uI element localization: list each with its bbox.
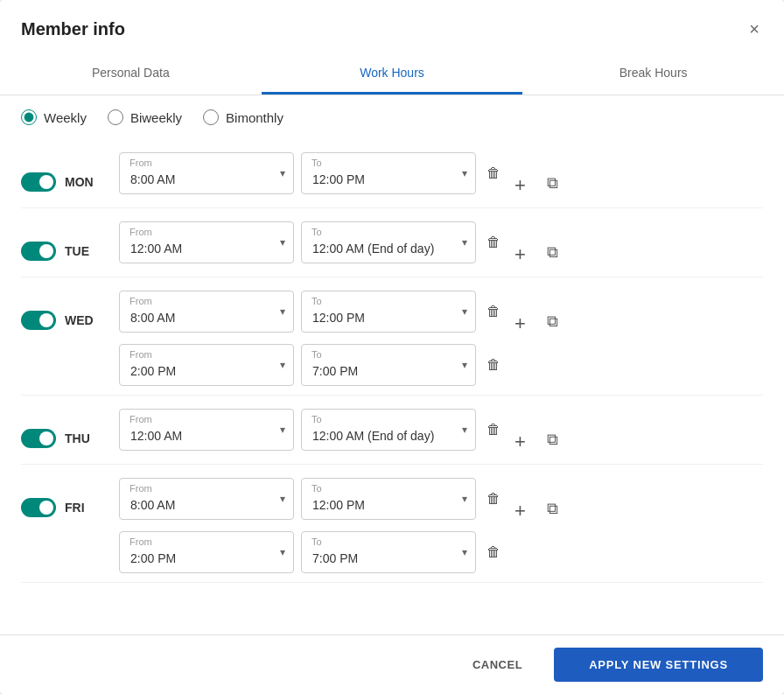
- delete-slot-tue-0[interactable]: 🗑: [483, 233, 504, 252]
- slot-actions-thu: +⧉: [511, 404, 562, 455]
- radio-biweekly[interactable]: Biweekly: [108, 109, 182, 125]
- to-select-thu-0[interactable]: 12:00 AM (End of day): [301, 409, 476, 451]
- time-slots-thu: From12:00 AM▾To12:00 AM (End of day)▾🗑+⧉: [119, 404, 763, 455]
- from-label-mon-0: From: [130, 158, 152, 168]
- toggle-tue[interactable]: [21, 242, 56, 261]
- apply-button[interactable]: APPLY NEW SETTINGS: [554, 648, 763, 682]
- to-select-wed-0[interactable]: 12:00 PM: [301, 291, 476, 333]
- toggle-fri[interactable]: [21, 498, 56, 517]
- add-slot-fri[interactable]: +: [511, 498, 529, 524]
- delete-slot-mon-0[interactable]: 🗑: [483, 164, 504, 183]
- to-select-fri-0[interactable]: 12:00 PM: [301, 478, 476, 520]
- copy-slot-tue[interactable]: ⧉: [543, 242, 562, 263]
- time-slot-wed-0: From8:00 AM▾To12:00 PM▾🗑+⧉: [119, 286, 763, 337]
- add-slot-tue[interactable]: +: [511, 242, 529, 268]
- copy-slot-fri[interactable]: ⧉: [543, 498, 562, 520]
- from-wrap-wed-1: From2:00 PM▾: [119, 344, 294, 386]
- to-select-fri-1[interactable]: 7:00 PM: [301, 531, 476, 573]
- to-label-fri-1: To: [312, 536, 322, 547]
- to-wrap-tue-0: To12:00 AM (End of day)▾: [301, 221, 476, 263]
- slot-actions-mon: +⧉: [511, 148, 562, 199]
- time-slot-thu-0: From12:00 AM▾To12:00 AM (End of day)▾🗑+⧉: [119, 404, 763, 455]
- day-label-fri: FRI: [65, 501, 96, 515]
- radio-bimonthly[interactable]: Bimonthly: [203, 109, 284, 125]
- toggle-wed[interactable]: [21, 311, 56, 330]
- from-label-thu-0: From: [130, 414, 152, 424]
- from-label-fri-1: From: [130, 536, 152, 547]
- copy-slot-thu[interactable]: ⧉: [543, 429, 562, 451]
- to-select-mon-0[interactable]: 12:00 PM: [301, 152, 476, 194]
- to-wrap-wed-0: To12:00 PM▾: [301, 291, 476, 333]
- delete-slot-wed-0[interactable]: 🗑: [483, 302, 504, 321]
- to-wrap-wed-1: To7:00 PM▾: [301, 344, 476, 386]
- tab-work-hours[interactable]: Work Hours: [262, 53, 523, 95]
- tab-personal-data[interactable]: Personal Data: [0, 53, 262, 95]
- day-toggle-col-tue: TUE: [21, 217, 108, 261]
- time-slot-tue-0: From12:00 AM▾To12:00 AM (End of day)▾🗑+⧉: [119, 217, 763, 268]
- day-toggle-col-thu: THU: [21, 404, 108, 448]
- day-row-tue: TUEFrom12:00 AM▾To12:00 AM (End of day)▾…: [21, 208, 763, 277]
- time-slot-fri-0: From8:00 AM▾To12:00 PM▾🗑+⧉: [119, 473, 763, 524]
- add-slot-thu[interactable]: +: [511, 429, 529, 455]
- slot-actions-fri: +⧉: [511, 473, 562, 524]
- day-label-mon: MON: [65, 175, 96, 189]
- add-slot-mon[interactable]: +: [511, 172, 529, 199]
- to-select-tue-0[interactable]: 12:00 AM (End of day): [301, 221, 476, 263]
- day-row-mon: MONFrom8:00 AM▾To12:00 PM▾🗑+⧉: [21, 139, 763, 208]
- delete-slot-fri-1[interactable]: 🗑: [483, 543, 504, 562]
- to-label-wed-1: To: [312, 349, 322, 360]
- from-label-wed-0: From: [130, 296, 152, 306]
- to-wrap-mon-0: To12:00 PM▾: [301, 152, 476, 194]
- to-wrap-fri-1: To7:00 PM▾: [301, 531, 476, 573]
- time-slots-tue: From12:00 AM▾To12:00 AM (End of day)▾🗑+⧉: [119, 217, 763, 268]
- day-label-thu: THU: [65, 431, 96, 445]
- to-label-mon-0: To: [312, 158, 322, 168]
- add-slot-wed[interactable]: +: [511, 311, 529, 337]
- to-label-fri-0: To: [312, 483, 322, 494]
- to-wrap-thu-0: To12:00 AM (End of day)▾: [301, 409, 476, 451]
- member-info-modal: Member info × Personal Data Work Hours B…: [0, 0, 784, 694]
- toggle-thu[interactable]: [21, 429, 56, 448]
- tab-break-hours[interactable]: Break Hours: [522, 53, 784, 95]
- from-label-tue-0: From: [130, 227, 152, 237]
- modal-title: Member info: [21, 19, 125, 39]
- day-row-thu: THUFrom12:00 AM▾To12:00 AM (End of day)▾…: [21, 396, 763, 465]
- modal-header: Member info ×: [0, 0, 784, 43]
- cancel-button[interactable]: CANCEL: [455, 649, 540, 680]
- from-wrap-fri-0: From8:00 AM▾: [119, 478, 294, 520]
- frequency-radio-group: Weekly Biweekly Bimonthly: [21, 109, 763, 125]
- delete-slot-wed-1[interactable]: 🗑: [483, 355, 504, 375]
- delete-slot-fri-0[interactable]: 🗑: [483, 489, 504, 508]
- day-label-tue: TUE: [65, 244, 96, 258]
- copy-slot-mon[interactable]: ⧉: [543, 172, 562, 194]
- day-row-wed: WEDFrom8:00 AM▾To12:00 PM▾🗑+⧉From2:00 PM…: [21, 277, 763, 396]
- from-label-fri-0: From: [130, 483, 152, 494]
- day-toggle-col-wed: WED: [21, 286, 108, 330]
- from-wrap-mon-0: From8:00 AM▾: [119, 152, 294, 194]
- days-container: MONFrom8:00 AM▾To12:00 PM▾🗑+⧉TUEFrom12:0…: [21, 139, 763, 583]
- from-wrap-tue-0: From12:00 AM▾: [119, 221, 294, 263]
- time-slot-mon-0: From8:00 AM▾To12:00 PM▾🗑+⧉: [119, 148, 763, 199]
- time-slots-mon: From8:00 AM▾To12:00 PM▾🗑+⧉: [119, 148, 763, 199]
- toggle-mon[interactable]: [21, 172, 56, 192]
- from-wrap-wed-0: From8:00 AM▾: [119, 291, 294, 333]
- day-row-fri: FRIFrom8:00 AM▾To12:00 PM▾🗑+⧉From2:00 PM…: [21, 465, 763, 583]
- to-label-tue-0: To: [312, 227, 322, 237]
- to-label-thu-0: To: [312, 414, 322, 424]
- slot-actions-tue: +⧉: [511, 217, 562, 268]
- to-wrap-fri-0: To12:00 PM▾: [301, 478, 476, 520]
- time-slots-wed: From8:00 AM▾To12:00 PM▾🗑+⧉From2:00 PM▾To…: [119, 286, 763, 386]
- delete-slot-thu-0[interactable]: 🗑: [483, 420, 504, 439]
- radio-weekly[interactable]: Weekly: [21, 109, 87, 125]
- day-toggle-col-fri: FRI: [21, 473, 108, 517]
- day-label-wed: WED: [65, 313, 96, 327]
- time-slot-fri-1: From2:00 PM▾To7:00 PM▾🗑: [119, 531, 763, 573]
- modal-footer: CANCEL APPLY NEW SETTINGS: [0, 634, 784, 694]
- close-button[interactable]: ×: [746, 16, 763, 43]
- slot-actions-wed: +⧉: [511, 286, 562, 337]
- from-wrap-fri-1: From2:00 PM▾: [119, 531, 294, 573]
- to-select-wed-1[interactable]: 7:00 PM: [301, 344, 476, 386]
- copy-slot-wed[interactable]: ⧉: [543, 311, 562, 333]
- modal-body: Weekly Biweekly Bimonthly MONFrom8:00 AM…: [0, 95, 784, 634]
- from-wrap-thu-0: From12:00 AM▾: [119, 409, 294, 451]
